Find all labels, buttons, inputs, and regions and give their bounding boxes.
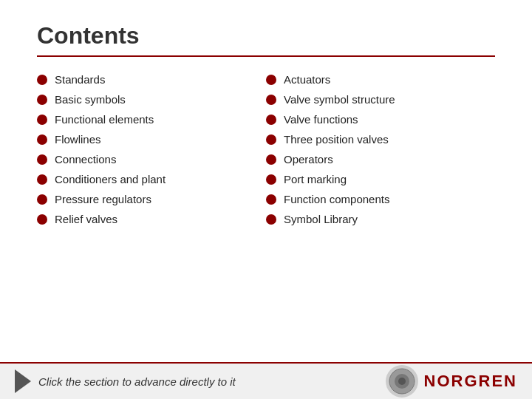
list-item-label: Flowlines bbox=[55, 133, 101, 146]
list-item[interactable]: Actuators bbox=[266, 73, 495, 86]
bullet-icon bbox=[266, 194, 276, 205]
svg-point-2 bbox=[398, 378, 406, 385]
list-item[interactable]: Basic symbols bbox=[37, 93, 266, 106]
bullet-icon bbox=[266, 95, 276, 105]
list-item-label: Conditioners and plant bbox=[55, 173, 166, 185]
list-item[interactable]: Connections bbox=[37, 153, 266, 166]
list-item-label: Standards bbox=[55, 73, 105, 86]
list-item-label: Valve symbol structure bbox=[284, 93, 395, 106]
list-item[interactable]: Function components bbox=[266, 193, 495, 205]
bullet-icon bbox=[266, 214, 276, 225]
list-item-label: Valve functions bbox=[284, 113, 358, 126]
logo-text: NORGREN bbox=[424, 372, 517, 391]
bullet-icon bbox=[266, 134, 276, 145]
left-column: StandardsBasic symbolsFunctional element… bbox=[37, 73, 266, 233]
arrow-icon bbox=[15, 369, 31, 393]
title-divider bbox=[37, 55, 495, 57]
bullet-icon bbox=[37, 214, 47, 225]
footer: Click the section to advance directly to… bbox=[0, 362, 532, 399]
bullet-icon bbox=[37, 95, 47, 105]
list-item[interactable]: Symbol Library bbox=[266, 213, 495, 225]
logo-area: NORGREN bbox=[386, 365, 517, 398]
footer-left: Click the section to advance directly to… bbox=[15, 369, 236, 393]
bullet-icon bbox=[266, 154, 276, 165]
bullet-icon bbox=[266, 174, 276, 185]
logo-circle-icon bbox=[386, 365, 418, 398]
page-title: Contents bbox=[37, 22, 495, 50]
bullet-icon bbox=[37, 134, 47, 145]
list-item-label: Connections bbox=[55, 153, 116, 166]
list-item-label: Actuators bbox=[284, 73, 330, 86]
list-item-label: Pressure regulators bbox=[55, 193, 151, 205]
bullet-icon bbox=[37, 115, 47, 125]
list-item-label: Functional elements bbox=[55, 113, 154, 126]
list-item-label: Operators bbox=[284, 153, 333, 166]
list-item[interactable]: Operators bbox=[266, 153, 495, 166]
list-item-label: Relief valves bbox=[55, 213, 117, 225]
list-item[interactable]: Conditioners and plant bbox=[37, 173, 266, 185]
list-item[interactable]: Port marking bbox=[266, 173, 495, 185]
list-item[interactable]: Relief valves bbox=[37, 213, 266, 225]
list-item[interactable]: Flowlines bbox=[37, 133, 266, 146]
bullet-icon bbox=[37, 194, 47, 205]
list-item-label: Port marking bbox=[284, 173, 347, 185]
content-area: StandardsBasic symbolsFunctional element… bbox=[37, 73, 495, 233]
right-column: ActuatorsValve symbol structureValve fun… bbox=[266, 73, 495, 233]
list-item-label: Symbol Library bbox=[284, 213, 358, 225]
bullet-icon bbox=[266, 75, 276, 85]
page: Contents StandardsBasic symbolsFunctiona… bbox=[0, 0, 532, 399]
bullet-icon bbox=[37, 174, 47, 185]
list-item-label: Three position valves bbox=[284, 133, 389, 146]
bullet-icon bbox=[37, 75, 47, 85]
list-item[interactable]: Valve functions bbox=[266, 113, 495, 126]
list-item[interactable]: Pressure regulators bbox=[37, 193, 266, 205]
list-item[interactable]: Valve symbol structure bbox=[266, 93, 495, 106]
list-item[interactable]: Three position valves bbox=[266, 133, 495, 146]
bullet-icon bbox=[266, 115, 276, 125]
footer-instruction: Click the section to advance directly to… bbox=[38, 375, 236, 388]
list-item[interactable]: Standards bbox=[37, 73, 266, 86]
list-item-label: Basic symbols bbox=[55, 93, 126, 106]
bullet-icon bbox=[37, 154, 47, 165]
list-item-label: Function components bbox=[284, 193, 389, 205]
list-item[interactable]: Functional elements bbox=[37, 113, 266, 126]
